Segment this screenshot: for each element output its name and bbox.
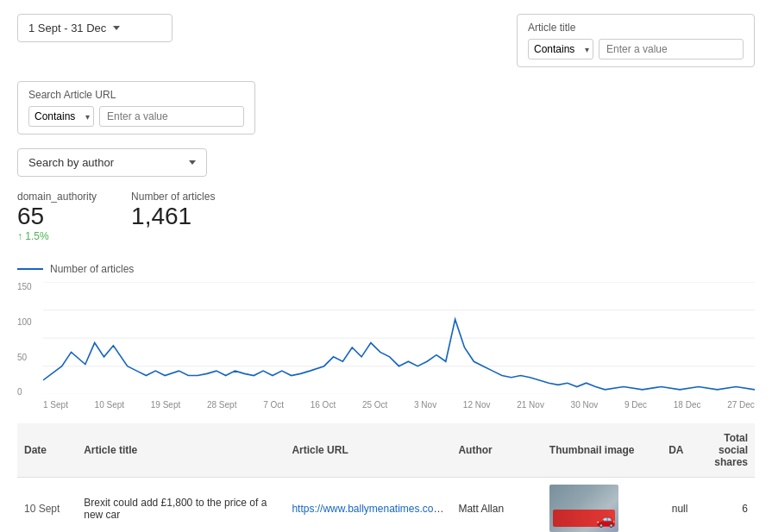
author-chevron-icon [189,160,196,165]
author-filter-select[interactable]: Search by author [17,148,207,177]
col-da: DA [662,423,698,478]
search-article-url-filter: Search Article URL Contains [17,81,255,135]
col-shares: Totalsocialshares [698,423,755,478]
date-range-value: 1 Sept - 31 Dec [28,22,106,34]
chart-x-labels: 1 Sept 10 Sept 19 Sept 28 Sept 7 Oct 16 … [17,397,755,410]
articles-count-label: Number of articles [131,191,215,203]
article-title-input[interactable] [599,39,744,59]
domain-authority-stat: domain_authority 65 ↑ 1.5% [17,191,97,242]
table-row: 10 Sept Brexit could add £1,800 to the p… [17,478,755,532]
date-range-chevron-icon [113,26,120,30]
search-article-url-label: Search Article URL [28,89,244,101]
chart-wrapper: 150 100 50 0 [17,282,755,397]
chart-legend-label: Number of articles [50,263,134,275]
article-title-label: Article title [528,22,744,34]
articles-table: Date Article title Article URL Author Th… [17,423,755,532]
col-date: Date [17,423,77,478]
thumbnail-image [549,485,618,532]
chart-section: Number of articles 150 100 50 0 1 Sept 1… [0,256,772,423]
cell-title: Brexit could add £1,800 to the price of … [77,478,285,532]
cell-thumbnail [543,478,662,532]
table-section: Date Article title Article URL Author Th… [0,423,772,532]
col-title: Article title [77,423,285,478]
search-url-input[interactable] [99,106,244,127]
chart-legend-line [17,268,43,270]
cell-da: null [662,478,698,532]
chart-svg [43,282,755,394]
cell-date: 10 Sept [17,478,77,532]
domain-authority-label: domain_authority [17,191,97,203]
cell-shares: 6 [698,478,755,532]
cell-author: Matt Allan [451,478,542,532]
date-range-selector[interactable]: 1 Sept - 31 Dec [17,14,173,42]
articles-count-value: 1,461 [131,203,215,230]
articles-count-stat: Number of articles 1,461 [131,191,215,242]
article-title-filter: Article title Contains [517,14,755,67]
article-title-operator-select[interactable]: Contains [528,39,593,59]
col-url: Article URL [285,423,451,478]
domain-authority-change: ↑ 1.5% [17,230,97,242]
search-url-operator-select[interactable]: Contains [28,106,94,127]
article-url-link[interactable]: https://www.ballymenatimes.com/lifestyl [292,503,451,515]
table-header-row: Date Article title Article URL Author Th… [17,423,755,478]
col-thumbnail: Thumbnail image [543,423,662,478]
chart-y-labels: 150 100 50 0 [17,282,43,397]
author-filter-label: Search by author [28,156,114,169]
domain-authority-value: 65 [17,203,97,230]
cell-url[interactable]: https://www.ballymenatimes.com/lifestyl [285,478,451,532]
col-author: Author [451,423,542,478]
